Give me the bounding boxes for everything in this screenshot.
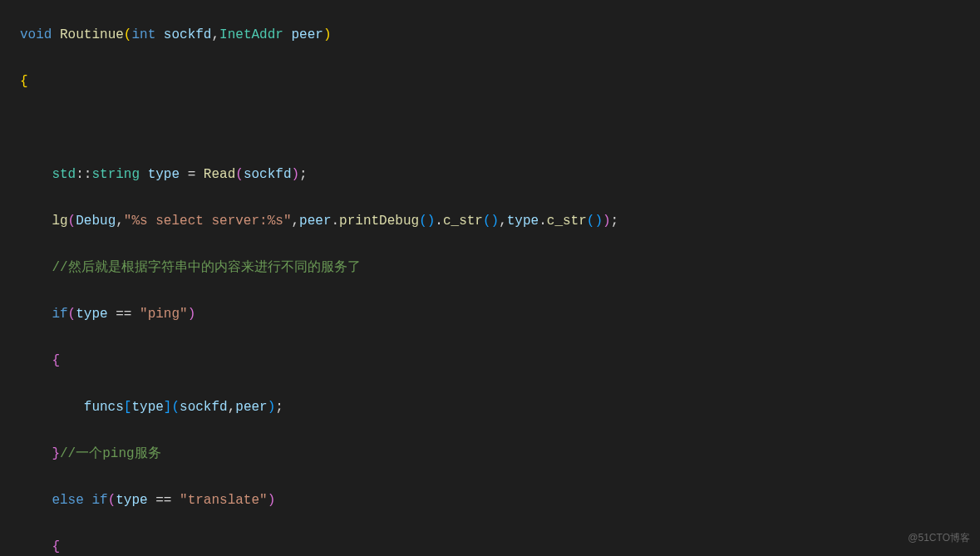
var-peer: peer	[299, 214, 331, 229]
code-line[interactable]: lg(Debug,"%s select server:%s",peer.prin…	[20, 209, 960, 233]
paren-open: (	[124, 27, 132, 42]
code-line[interactable]: //然后就是根据字符串中的内容来进行不同的服务了	[20, 256, 960, 279]
paren-close: )	[188, 307, 196, 322]
function-read: Read	[204, 167, 235, 182]
keyword-else: else	[52, 493, 83, 508]
namespace-std: std	[52, 167, 76, 182]
code-line[interactable]: {	[20, 349, 960, 372]
param-sockfd: sockfd	[164, 27, 212, 42]
param-peer: peer	[292, 27, 323, 42]
code-line[interactable]: void Routinue(int sockfd,InetAddr peer)	[20, 23, 960, 47]
paren-open: (	[68, 214, 76, 229]
brace-open: {	[52, 539, 60, 554]
var-type: type	[507, 214, 539, 229]
var-funcs: funcs	[84, 400, 124, 415]
paren-open: (	[68, 307, 76, 322]
string-literal: "ping"	[140, 307, 188, 322]
watermark-text: @51CTO博客	[908, 526, 970, 549]
comma: ,	[211, 27, 219, 42]
keyword-int: int	[131, 27, 155, 42]
type-inetaddr: InetAddr	[219, 27, 283, 42]
scope-operator: ::	[76, 167, 91, 182]
code-line[interactable]: if(type == "ping")	[20, 303, 960, 326]
bracket-close: ]	[164, 400, 172, 415]
var-type: type	[148, 167, 180, 182]
comment: //然后就是根据字符串中的内容来进行不同的服务了	[52, 260, 360, 275]
keyword-if: if	[52, 307, 67, 322]
paren-close: )	[268, 400, 276, 415]
code-line[interactable]: funcs[type](sockfd,peer);	[20, 396, 960, 419]
var-sockfd: sockfd	[180, 400, 228, 415]
string-literal: "translate"	[180, 493, 268, 508]
code-line[interactable]	[20, 116, 960, 140]
code-line[interactable]: std::string type = Read(sockfd);	[20, 163, 960, 186]
method-cstr: c_str	[547, 214, 587, 229]
code-line[interactable]: }//一个ping服务	[20, 442, 960, 465]
code-editor[interactable]: void Routinue(int sockfd,InetAddr peer) …	[0, 0, 980, 556]
paren-open: (	[171, 400, 180, 415]
paren-open: (	[108, 493, 116, 508]
keyword-void: void	[20, 27, 52, 42]
var-type: type	[116, 493, 147, 508]
string-literal: "%s select server:%s"	[124, 214, 292, 229]
brace-open: {	[20, 74, 28, 89]
var-debug: Debug	[76, 214, 116, 229]
var-type: type	[131, 400, 163, 415]
paren-close: )	[323, 27, 332, 42]
paren-close: )	[291, 167, 299, 182]
paren-open: (	[235, 167, 244, 182]
comment: //一个ping服务	[60, 446, 161, 461]
var-sockfd: sockfd	[244, 167, 292, 182]
keyword-if: if	[91, 493, 107, 508]
bracket-open: [	[124, 400, 132, 415]
function-name: Routinue	[60, 27, 124, 42]
paren-close: )	[603, 214, 611, 229]
function-lg: lg	[52, 214, 67, 229]
var-type: type	[76, 307, 107, 322]
method-printdebug: printDebug	[339, 214, 419, 229]
brace-close: }	[52, 446, 60, 461]
type-string: string	[91, 167, 140, 182]
code-line[interactable]: else if(type == "translate")	[20, 489, 960, 512]
method-cstr: c_str	[443, 214, 483, 229]
brace-open: {	[52, 353, 60, 368]
code-line[interactable]: {	[20, 535, 960, 556]
paren-close: )	[268, 493, 276, 508]
code-line[interactable]: {	[20, 70, 960, 93]
var-peer: peer	[235, 400, 267, 415]
